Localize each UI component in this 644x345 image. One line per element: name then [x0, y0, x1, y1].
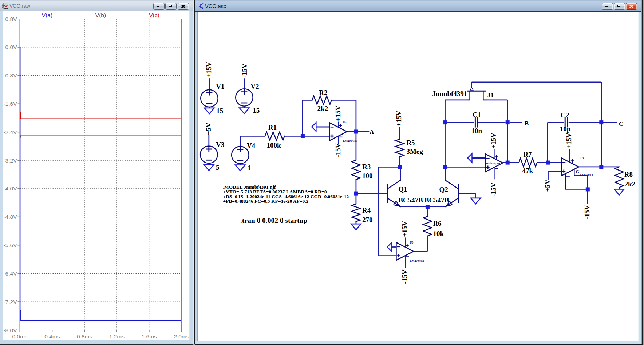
- svg-text:R8: R8: [624, 170, 632, 178]
- svg-text:0.8ms: 0.8ms: [76, 333, 92, 340]
- svg-text:-15V: -15V: [334, 143, 341, 157]
- svg-text:C2: C2: [561, 111, 569, 119]
- svg-text:-2.4V: -2.4V: [3, 129, 17, 135]
- svg-text:U6: U6: [410, 241, 413, 244]
- svg-text:V2: V2: [250, 82, 259, 90]
- svg-text:10k: 10k: [433, 229, 444, 237]
- svg-text:-4.0V: -4.0V: [3, 185, 17, 192]
- svg-text:R1: R1: [268, 124, 276, 131]
- svg-text:J1: J1: [487, 91, 494, 99]
- svg-text:0.0ms: 0.0ms: [12, 333, 27, 340]
- svg-text:.tran 0 0.002 0 startup: .tran 0 0.002 0 startup: [240, 217, 307, 224]
- svg-text:U3: U3: [580, 156, 584, 160]
- svg-text:1.6ms: 1.6ms: [141, 333, 157, 340]
- svg-text:-15: -15: [250, 106, 259, 114]
- svg-text:-15V: -15V: [400, 269, 408, 284]
- svg-text:2k2: 2k2: [624, 180, 635, 188]
- svg-text:R3: R3: [362, 163, 371, 170]
- svg-text:-15V: -15V: [489, 182, 497, 196]
- svg-text:LM2904/ST: LM2904/ST: [410, 259, 425, 262]
- svg-text:+PB=0.488246 FC=0.5 KF=1e-20 A: +PB=0.488246 FC=0.5 KF=1e-20 AF=0.2: [223, 198, 308, 204]
- svg-text:1.2ms: 1.2ms: [109, 333, 124, 340]
- svg-text:-3.2V: -3.2V: [3, 157, 17, 164]
- svg-text:R6: R6: [433, 220, 441, 227]
- svg-text:0.8V: 0.8V: [5, 16, 17, 22]
- svg-text:5: 5: [216, 164, 219, 171]
- svg-text:V(a): V(a): [42, 12, 52, 18]
- svg-text:-15V: -15V: [240, 63, 248, 77]
- svg-text:+15V: +15V: [565, 132, 572, 148]
- svg-text:0.4ms: 0.4ms: [44, 333, 60, 340]
- svg-text:2k2: 2k2: [317, 104, 328, 112]
- svg-text:10p: 10p: [560, 125, 570, 133]
- svg-text:-1.6V: -1.6V: [3, 101, 17, 107]
- svg-text:+15V: +15V: [205, 61, 213, 77]
- svg-text:B: B: [524, 120, 528, 127]
- svg-text:V(b): V(b): [95, 12, 106, 18]
- svg-text:Q1: Q1: [398, 185, 407, 193]
- svg-text:-15V: -15V: [583, 205, 590, 219]
- svg-text:G: G: [576, 169, 579, 174]
- svg-text:2: 2: [496, 162, 500, 164]
- svg-text:R2: R2: [319, 89, 327, 96]
- svg-text:V4: V4: [246, 142, 255, 149]
- svg-text:270: 270: [362, 216, 373, 223]
- svg-text:Jmmbf4391: Jmmbf4391: [432, 89, 467, 97]
- svg-text:-6.4V: -6.4V: [3, 270, 17, 277]
- svg-text:+5V: +5V: [205, 122, 212, 135]
- svg-text:R5: R5: [406, 139, 415, 147]
- svg-text:V3: V3: [216, 140, 224, 148]
- svg-text:U5: U5: [343, 121, 346, 124]
- svg-text:LM2904/ST: LM2904/ST: [343, 139, 358, 142]
- svg-text:100k: 100k: [266, 141, 281, 149]
- svg-text:2.0ms: 2.0ms: [174, 333, 189, 340]
- svg-text:+15V: +15V: [395, 111, 403, 127]
- svg-text:-0.8V: -0.8V: [3, 72, 17, 79]
- svg-text:47k: 47k: [522, 167, 533, 174]
- svg-text:+15V: +15V: [400, 221, 408, 237]
- svg-text:0.0V: 0.0V: [5, 44, 17, 50]
- svg-text:-7.2V: -7.2V: [3, 299, 17, 305]
- svg-text:+15V: +15V: [489, 132, 497, 148]
- svg-text:A: A: [370, 128, 374, 135]
- svg-text:C1: C1: [472, 111, 481, 118]
- svg-text:10n: 10n: [471, 127, 482, 135]
- svg-text:+5V: +5V: [543, 179, 551, 192]
- svg-text:+15V: +15V: [334, 105, 341, 121]
- svg-text:R7: R7: [523, 150, 532, 158]
- svg-text:3Meg: 3Meg: [406, 147, 423, 155]
- svg-text:15: 15: [216, 107, 223, 115]
- svg-text:Q2: Q2: [439, 186, 448, 193]
- svg-text:V1: V1: [216, 82, 224, 90]
- svg-text:C: C: [619, 120, 623, 127]
- svg-text:100: 100: [362, 172, 373, 179]
- svg-text:LM211/TI: LM211/TI: [580, 173, 593, 177]
- svg-text:BC547B: BC547B: [424, 196, 449, 204]
- svg-text:R4: R4: [362, 206, 371, 214]
- svg-text:1: 1: [247, 164, 251, 171]
- svg-text:V(c): V(c): [149, 12, 159, 18]
- svg-text:-5.6V: -5.6V: [3, 242, 17, 248]
- svg-text:-8.0V: -8.0V: [3, 327, 17, 333]
- svg-text:BC547B: BC547B: [398, 196, 423, 204]
- svg-text:-4.8V: -4.8V: [3, 214, 17, 220]
